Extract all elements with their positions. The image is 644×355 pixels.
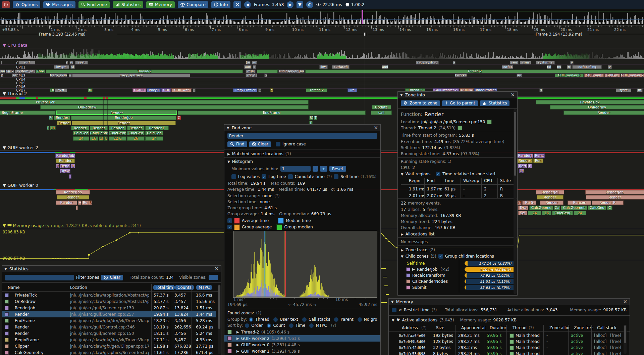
timeline-zone[interactable]: S1 xyxy=(309,116,313,120)
timeline-zone[interactable]: Thread-2 xyxy=(46,70,243,73)
wait-col-cpu[interactable]: CPU xyxy=(484,178,492,183)
stats-table-row[interactable]: Renderjni/../jni/src/guif/Screen.cpp:150… xyxy=(2,330,216,337)
timeline-zone[interactable]: Rende xyxy=(57,121,71,125)
prev-frame-button[interactable]: ◀ xyxy=(244,1,251,8)
timeline-zone[interactable]: Render xyxy=(56,201,77,205)
timeline-zone[interactable]: CalcGeo xyxy=(127,131,145,135)
timeline-zone[interactable]: GUIF-work xyxy=(584,74,604,77)
timeline-zone[interactable]: tracy_systrace xyxy=(72,74,190,77)
statistics-titlebar[interactable]: ▼Statistics× xyxy=(2,266,221,272)
timeline-zone[interactable]: GUIF wor xyxy=(171,88,192,92)
timeline-zone[interactable]: s xyxy=(253,65,256,69)
timeline-zone[interactable]: GUI xyxy=(161,88,171,92)
timeline-zone[interactable]: Dra xyxy=(518,206,528,210)
timeline-zone[interactable]: Render xyxy=(517,159,533,163)
ignore-case-checkbox[interactable]: ✓ xyxy=(276,142,280,146)
timeline-zone[interactable]: Render xyxy=(57,195,89,199)
child-zone-row[interactable]: CalcRenderNodes51.51 us (1.15%) xyxy=(401,278,514,284)
timeline-zone[interactable]: Render xyxy=(109,126,126,130)
expand-icon[interactable]: ▶ xyxy=(412,267,415,271)
memory-titlebar[interactable]: ▼Memory× xyxy=(389,299,630,305)
timeline-zone[interactable]: Render xyxy=(564,110,644,115)
col-zone-alloc[interactable]: Zone alloc xyxy=(549,325,570,330)
scrollbar[interactable] xyxy=(218,284,221,354)
close-icon[interactable]: × xyxy=(511,92,515,97)
wait-col-time[interactable]: Time xyxy=(444,178,454,183)
wait-col-wakeup[interactable]: Wakeup xyxy=(463,178,479,183)
timeline-zone[interactable]: Render xyxy=(71,126,89,130)
timeline-zone[interactable]: RenderJob xyxy=(55,153,75,158)
cpu-data-header[interactable]: ▼ CPU data xyxy=(3,43,28,48)
timeline-zone[interactable]: 22 C xyxy=(109,136,126,141)
timeline-zone[interactable]: system_se xyxy=(15,70,36,73)
timeline-zone[interactable]: Ca xyxy=(554,206,560,210)
timeline-zone[interactable]: CalcGeome xyxy=(529,206,553,210)
timeline-zone[interactable]: F( xyxy=(49,116,53,120)
close-icon[interactable]: × xyxy=(623,299,627,304)
timeline-zone[interactable]: RenderJol xyxy=(536,190,564,194)
timeline-zone[interactable]: Th xyxy=(50,88,54,92)
allocation-row[interactable]: 0x7dfc42d64032 bytes298.3 ms59.95 sMain … xyxy=(389,345,623,351)
cumulate-time-checkbox[interactable]: ✓ xyxy=(288,174,293,179)
col-address[interactable]: Address xyxy=(402,325,418,330)
radio-order[interactable] xyxy=(245,323,249,328)
log-time-checkbox[interactable]: ✓ xyxy=(262,174,266,179)
filter-input[interactable] xyxy=(5,275,74,280)
stats-table-row[interactable]: BeginFramejni/../jni/src/claw/gfx/drv/vk… xyxy=(2,337,216,343)
col-total-time-sort[interactable]: Total tim xyxy=(153,285,175,290)
timeline-zone[interactable]: Update xyxy=(372,105,391,109)
wait-col-begin[interactable]: Begin xyxy=(409,178,420,183)
memory-button[interactable]: Memory xyxy=(146,1,175,8)
timeline-zone[interactable]: Render xyxy=(90,126,108,130)
options-button[interactable]: ⚙Options xyxy=(13,1,40,8)
timeline-zone[interactable]: rot_d xyxy=(246,74,257,77)
zoom-to-zone-button[interactable]: Zoom to zone xyxy=(401,100,440,106)
timeline-zone[interactable]: 18 xyxy=(50,126,56,130)
expand-icon[interactable]: ▶ xyxy=(236,343,239,347)
child-zone-row[interactable]: RecalcTransform72.92 us (1.62%) xyxy=(401,272,514,278)
collapse-icon[interactable]: ▼ xyxy=(3,223,6,228)
collapse-icon[interactable]: ▼ xyxy=(400,93,403,97)
next-frame-button[interactable]: ▶ xyxy=(287,1,293,8)
wait-col-state[interactable]: State xyxy=(500,178,511,183)
expand-icon[interactable]: ▶ xyxy=(236,330,239,334)
radio-parent[interactable] xyxy=(334,317,338,322)
wait-col-end[interactable]: End xyxy=(427,178,435,183)
timeline-zone[interactable]: Render xyxy=(56,159,75,163)
timeline-zone[interactable]: CalcGeor xyxy=(109,131,126,135)
timeline-zone[interactable]: ~ xyxy=(258,88,261,92)
timeline-zone[interactable]: Render xyxy=(72,121,176,125)
timeline-zone[interactable]: au xyxy=(252,61,257,64)
timeline-zone[interactable]: F xyxy=(47,126,49,130)
zone-trace-label[interactable]: Zone trace xyxy=(406,248,427,252)
timeline-zone[interactable]: ~ xyxy=(78,201,81,205)
stats-table-row[interactable]: Renderjni/../jni/src/guif/Screen.cpp:257… xyxy=(2,311,216,317)
timeline-zone[interactable]: Thre xyxy=(36,70,45,73)
timeline-zone[interactable]: [au xyxy=(246,61,251,64)
collapse-icon[interactable]: ▼ xyxy=(392,318,394,322)
timeline-zone[interactable]: v xyxy=(570,61,574,64)
timeline-zone[interactable] xyxy=(76,206,78,210)
timeline-zone[interactable]: sen xyxy=(510,61,519,64)
radio-count[interactable] xyxy=(267,323,271,328)
timeline-zone[interactable]: system_s xyxy=(536,61,555,64)
tools-button[interactable] xyxy=(233,1,241,8)
timeline-zone[interactable]: Render R xyxy=(592,201,624,205)
timeline-zone[interactable]: syst xyxy=(75,61,88,64)
clear-filter-button[interactable]: Clear xyxy=(101,275,123,280)
timeline-zone[interactable]: 24 xyxy=(574,211,586,215)
thread-header[interactable]: ▼ GUIF worker 2 xyxy=(3,145,38,150)
scrollbar[interactable] xyxy=(624,325,627,354)
timeline-zone[interactable]: Render xyxy=(586,195,644,199)
timeline-zone[interactable]: sur xyxy=(0,70,5,73)
go-to-parent-button[interactable]: ↑Go to parent xyxy=(442,100,478,106)
timeline-zone[interactable]: a xyxy=(453,61,455,64)
timeline-zone[interactable]: ~ xyxy=(193,88,196,92)
timeline-zone[interactable]: Render xyxy=(54,116,70,120)
col-thread[interactable]: Thread xyxy=(513,325,527,330)
stats-table-row[interactable]: OnRedrawjni/../jni/src/claw/application/… xyxy=(2,298,216,305)
stats-table-row[interactable]: EndFramejni/../jni/src/claw/gfx/drv/vk/D… xyxy=(2,317,216,324)
allocations-list-label[interactable]: Allocations list xyxy=(406,232,435,236)
active-allocations-label[interactable]: Active allocations xyxy=(402,318,437,322)
col-call-stack[interactable]: Call stack xyxy=(597,325,616,330)
